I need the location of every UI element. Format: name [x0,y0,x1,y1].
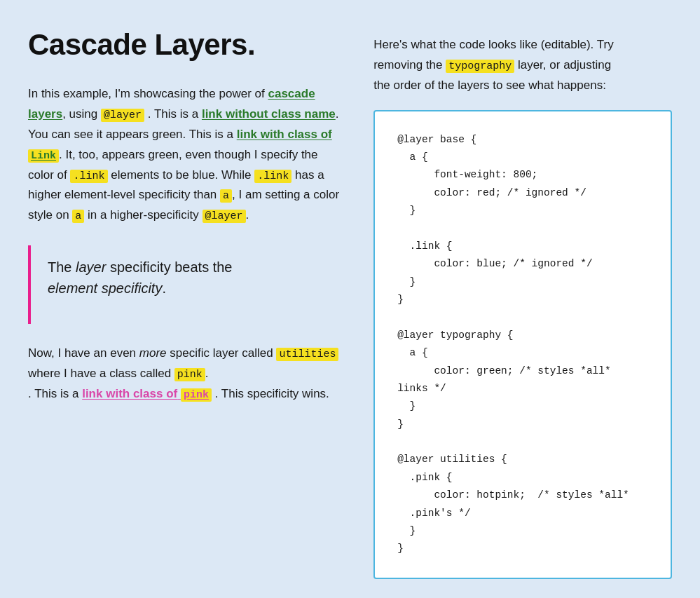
intro-end: . This is a [148,107,198,121]
page-layout: Cascade Layers. In this example, I'm sho… [28,28,672,579]
right-column: Here's what the code looks like (editabl… [373,28,672,579]
blockquote-text: The layer specificity beats the element … [48,257,340,299]
page-title: Cascade Layers. [28,28,340,62]
at-layer-badge-2: @layer [203,210,246,223]
link-badge: Link [28,149,59,163]
at-layer-badge-1: @layer [101,109,144,122]
p2-end: . [246,208,249,222]
code-content[interactable]: @layer base { a { font-weight: 800; colo… [397,131,648,558]
p2-mid: elements to be blue. While [111,168,251,182]
link-no-class[interactable]: link without class name [202,107,336,121]
p2-cont3: in a higher-specificity [88,208,199,222]
body-content: In this example, I'm showcasing the powe… [28,84,340,405]
blockquote: The layer specificity beats the element … [28,245,340,324]
intro-mid: , using [62,107,97,121]
intro-text: In this example, I'm showcasing the powe… [28,87,265,100]
a-badge-2: a [72,210,84,223]
paragraph-3: Now, I have an even more specific layer … [28,344,340,405]
left-column: Cascade Layers. In this example, I'm sho… [28,28,340,579]
a-badge-1: a [220,189,232,203]
link-pink[interactable]: link with class of pink [82,387,212,400]
typography-badge: typography [446,60,514,73]
pink-badge-2: pink [181,388,212,402]
right-intro: Here's what the code looks like (editabl… [373,35,672,96]
pink-badge-1: pink [174,368,205,381]
link-badge-3: .link [254,170,291,183]
paragraph-1: In this example, I'm showcasing the powe… [28,84,340,226]
link-badge-2: .link [70,170,107,183]
utilities-badge: utilities [276,348,338,361]
code-editor-box[interactable]: @layer base { a { font-weight: 800; colo… [373,110,672,579]
